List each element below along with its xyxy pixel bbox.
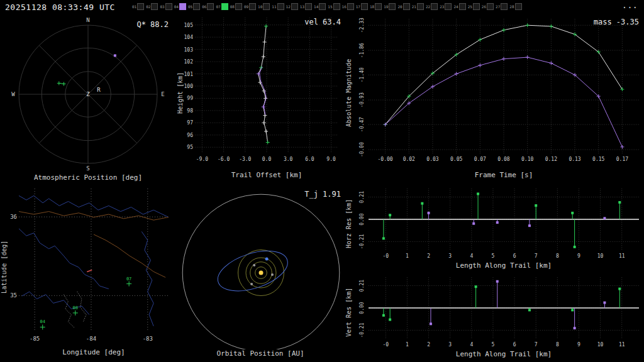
station-toggle-22[interactable]: 22 xyxy=(426,3,438,10)
station-toggle-28[interactable]: 28 xyxy=(509,3,521,10)
timestamp: 20251128 08:33:49 UTC xyxy=(5,3,115,12)
svg-text:11: 11 xyxy=(619,342,625,348)
ground-map-plot: -85-84-833635040807 xyxy=(0,185,176,347)
station-toggle-21[interactable]: 21 xyxy=(412,3,424,10)
orbit-body-planet-b xyxy=(271,273,274,276)
vert-res-axis-label: Vert Res [km] xyxy=(345,273,353,351)
map-station-07: 07 xyxy=(126,277,131,287)
app-root: 20251128 08:33:49 UTC 010203040506070809… xyxy=(0,0,644,362)
station-toggle-20[interactable]: 20 xyxy=(397,3,409,10)
svg-text:4: 4 xyxy=(470,253,473,259)
magnitude-axis-label: Absolute Magnitude xyxy=(345,14,353,172)
velocity-label: vel 63.4 xyxy=(304,18,341,26)
svg-text:102: 102 xyxy=(184,59,194,65)
svg-text:0.08: 0.08 xyxy=(497,156,509,162)
station-toggle-10[interactable]: 10 xyxy=(258,3,270,10)
station-id-label: 16 xyxy=(342,5,347,9)
station-toggle-01[interactable]: 01 xyxy=(132,3,144,10)
panel-atmospheric-position: Q* 88.2 NESWZR Atmospheric Position [deg… xyxy=(0,14,176,185)
station-toggle-15[interactable]: 15 xyxy=(328,3,340,10)
station-state-box xyxy=(151,3,158,10)
station-toggle-02[interactable]: 02 xyxy=(146,3,158,10)
svg-text:-83: -83 xyxy=(143,336,153,342)
station-toggle-24[interactable]: 24 xyxy=(453,3,465,10)
svg-text:103: 103 xyxy=(184,47,194,53)
station-toggle-09[interactable]: 09 xyxy=(244,3,256,10)
station-toggle-05[interactable]: 05 xyxy=(188,3,200,10)
height-axis-label: Height [km] xyxy=(176,14,184,172)
station-toggle-26[interactable]: 26 xyxy=(482,3,494,10)
station-toggle-13[interactable]: 13 xyxy=(300,3,312,10)
svg-text:4: 4 xyxy=(470,342,473,348)
station-toggle-03[interactable]: 03 xyxy=(160,3,172,10)
svg-text:-0.93: -0.93 xyxy=(359,92,365,107)
svg-text:5: 5 xyxy=(492,342,495,348)
orbital-position-plot xyxy=(176,185,345,349)
station-id-label: 11 xyxy=(272,5,276,9)
station-toggle-04[interactable]: 04 xyxy=(174,3,186,10)
station-id-label: 03 xyxy=(160,5,164,9)
station-toggle-19[interactable]: 19 xyxy=(384,3,396,10)
svg-text:0.12: 0.12 xyxy=(545,156,557,162)
station-state-box xyxy=(305,3,312,10)
svg-text:W: W xyxy=(11,91,15,97)
station-id-label: 19 xyxy=(384,5,388,9)
station-state-box xyxy=(207,3,214,10)
svg-text:7: 7 xyxy=(535,342,538,348)
svg-text:105: 105 xyxy=(184,23,194,28)
overflow-menu[interactable]: ... xyxy=(622,0,638,10)
station-id-label: 10 xyxy=(258,5,262,9)
svg-text:0.00: 0.00 xyxy=(359,302,365,314)
station-id-label: 15 xyxy=(328,5,332,9)
svg-text:0.21: 0.21 xyxy=(359,280,365,292)
vertical-residuals-plot: -012345678910110.210.00-0.21 xyxy=(345,273,644,350)
svg-text:-0: -0 xyxy=(382,342,389,348)
station-toggle-23[interactable]: 23 xyxy=(440,3,452,10)
station-toggle-11[interactable]: 11 xyxy=(272,3,284,10)
station-toggle-25[interactable]: 25 xyxy=(468,3,480,10)
svg-text:1: 1 xyxy=(406,253,409,259)
station-toggle-07[interactable]: 07 xyxy=(216,3,228,10)
horz-res-axis-label: Horz Res [km] xyxy=(345,185,353,262)
svg-text:0.05: 0.05 xyxy=(450,156,462,162)
longitude-axis-label: Longitude [deg] xyxy=(19,348,169,356)
svg-text:-0.00: -0.00 xyxy=(359,142,365,157)
map-station-04: 04 xyxy=(40,319,45,329)
station-id-label: 23 xyxy=(440,5,444,9)
station-state-box xyxy=(319,3,326,10)
station-toggle-16[interactable]: 16 xyxy=(342,3,354,10)
station-toggle-18[interactable]: 18 xyxy=(370,3,382,10)
station-id-label: 09 xyxy=(244,5,248,9)
height-profile-plot: -9.0-6.0-3.00.03.06.09.09596979899100101… xyxy=(176,14,345,170)
station-toggle-06[interactable]: 06 xyxy=(202,3,214,10)
svg-text:0.10: 0.10 xyxy=(521,156,533,162)
svg-text:8: 8 xyxy=(556,342,559,348)
svg-text:-0.21: -0.21 xyxy=(359,322,365,337)
station-state-box xyxy=(389,3,396,10)
station-id-label: 20 xyxy=(397,5,402,9)
svg-text:3.0: 3.0 xyxy=(284,156,293,162)
station-toggle-12[interactable]: 12 xyxy=(286,3,298,10)
station-state-box xyxy=(431,3,438,10)
station-toggle-27[interactable]: 27 xyxy=(496,3,508,10)
atmospheric-position-caption: Atmospheric Position [deg] xyxy=(0,173,176,182)
panel-vertical-residuals: Vert Res [km] -012345678910110.210.00-0.… xyxy=(345,273,644,362)
q-value-label: Q* 88.2 xyxy=(136,20,169,29)
station-toggle-08[interactable]: 08 xyxy=(230,3,242,10)
svg-text:9: 9 xyxy=(577,342,580,348)
length-along-trail-axis-label-1: Length Along Trail [km] xyxy=(369,261,639,270)
station-toggle-17[interactable]: 17 xyxy=(356,3,368,10)
svg-text:04: 04 xyxy=(40,319,45,324)
station-id-label: 25 xyxy=(468,5,472,9)
svg-text:-6.0: -6.0 xyxy=(218,156,230,162)
station-toggle-14[interactable]: 14 xyxy=(314,3,326,10)
station-state-box xyxy=(501,3,508,10)
svg-text:07: 07 xyxy=(126,277,131,282)
station-state-box xyxy=(487,3,494,10)
svg-text:9: 9 xyxy=(577,253,580,259)
station-id-label: 24 xyxy=(453,5,458,9)
station-id-label: 26 xyxy=(482,5,486,9)
light-curve-plot: -0.000.020.030.050.070.080.100.120.130.1… xyxy=(345,14,644,170)
station-id-label: 22 xyxy=(426,5,430,9)
svg-text:0.17: 0.17 xyxy=(616,156,628,162)
